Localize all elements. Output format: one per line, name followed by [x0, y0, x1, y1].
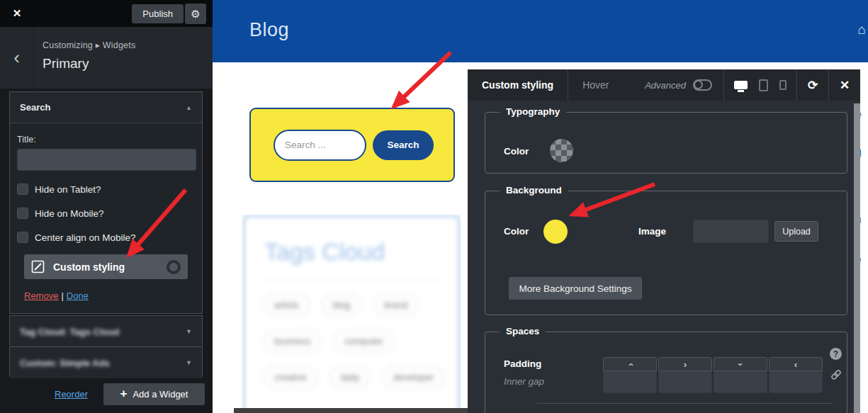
- advanced-toggle[interactable]: [693, 79, 712, 91]
- section-header: ‹ Customizing ▸ Widgets Primary: [0, 27, 213, 89]
- chevron-right-icon: ›: [684, 359, 687, 370]
- advanced-label: Advanced: [645, 80, 686, 91]
- widget-title: Search: [20, 102, 186, 113]
- text-fragment: g: [860, 146, 862, 159]
- widget-title: Custom: Simple Ads: [20, 358, 186, 368]
- done-link[interactable]: Done: [67, 290, 89, 301]
- collapse-icon[interactable]: ▲: [186, 104, 192, 111]
- divider: [537, 403, 833, 404]
- padding-bottom-input[interactable]: [714, 371, 767, 393]
- tag-pill[interactable]: daily: [329, 366, 371, 389]
- expand-icon[interactable]: ▼: [186, 359, 192, 366]
- upload-button[interactable]: Upload: [774, 221, 818, 242]
- typography-color-swatch[interactable]: [550, 139, 573, 162]
- padding-left-arrow-button[interactable]: ‹: [769, 357, 823, 371]
- background-image-label: Image: [638, 226, 666, 237]
- background-color-swatch[interactable]: [543, 220, 568, 244]
- divider: [263, 280, 440, 281]
- preview-search-button[interactable]: Search: [373, 130, 434, 160]
- tag-pill[interactable]: computer: [333, 329, 394, 353]
- checkbox-label: Center align on Mobile?: [35, 232, 136, 243]
- tag-pill[interactable]: creative: [263, 366, 318, 389]
- preview-search-input[interactable]: [274, 130, 366, 161]
- expand-icon[interactable]: ▼: [186, 328, 192, 335]
- tab-custom-styling[interactable]: Custom styling: [468, 69, 568, 101]
- desktop-icon[interactable]: [734, 81, 748, 89]
- chevron-up-icon: ›: [625, 363, 636, 366]
- custom-styling-label: Custom styling: [53, 261, 167, 273]
- search-widget-editor: Search ▲ Title: Hide on Tablet? Hide on …: [9, 91, 203, 314]
- styling-panel-header: Custom styling Hover Advanced ⟳ ✕: [468, 69, 860, 101]
- background-color-label: Color: [504, 226, 529, 237]
- text-fragment: e: [860, 108, 862, 121]
- more-background-settings-button[interactable]: More Background Settings: [509, 277, 642, 300]
- center-align-mobile-checkbox[interactable]: [17, 232, 28, 243]
- tab-hover[interactable]: Hover: [568, 69, 623, 101]
- page-edge-sliver: e g n r e t: [860, 69, 868, 413]
- back-button[interactable]: ‹: [0, 27, 34, 89]
- padding-bottom-arrow-button[interactable]: ›: [714, 357, 767, 371]
- checkbox-row: Center align on Mobile?: [17, 232, 195, 243]
- checkbox-row: Hide on Tablet?: [17, 183, 195, 195]
- tablet-icon[interactable]: [759, 79, 768, 91]
- padding-right-stepper: ›: [658, 357, 712, 393]
- reset-icon[interactable]: ⟳: [797, 78, 828, 93]
- page-title: Blog: [249, 19, 289, 41]
- padding-right-input[interactable]: [658, 371, 712, 393]
- customizer-sidebar: ✕ Publish ⚙ ‹ Customizing ▸ Widgets Prim…: [0, 0, 213, 413]
- plus-icon: +: [120, 387, 127, 401]
- help-icon[interactable]: ?: [830, 348, 842, 360]
- link-values-icon[interactable]: [830, 369, 842, 380]
- title-field-label: Title:: [17, 135, 195, 145]
- checkbox-label: Hide on Mobile?: [35, 208, 104, 219]
- add-widget-button[interactable]: + Add a Widget: [103, 383, 205, 405]
- close-customizer-button[interactable]: ✕: [0, 0, 34, 27]
- tag-pill[interactable]: business: [263, 329, 322, 353]
- tag-pill[interactable]: article: [263, 293, 310, 317]
- home-icon[interactable]: ⌂: [858, 22, 866, 38]
- preview-search-widget[interactable]: Search: [249, 108, 455, 182]
- customizer-topbar: ✕ Publish ⚙: [0, 0, 213, 27]
- background-image-input[interactable]: [693, 220, 769, 243]
- hide-on-mobile-checkbox[interactable]: [17, 208, 28, 219]
- publish-button[interactable]: Publish: [132, 4, 184, 23]
- widget-title: Tag Cloud: Tags Cloud: [20, 327, 186, 337]
- brush-icon: [31, 260, 45, 273]
- gear-icon[interactable]: ⚙: [185, 4, 206, 24]
- tag-pill[interactable]: blog: [322, 293, 362, 317]
- typography-color-label: Color: [504, 146, 529, 157]
- padding-top-arrow-button[interactable]: ›: [603, 357, 657, 371]
- padding-right-arrow-button[interactable]: ›: [658, 357, 712, 371]
- breadcrumb: Customizing ▸ Widgets: [43, 40, 135, 50]
- background-section: Background Color Image Upload More Backg…: [485, 191, 847, 315]
- spaces-legend: Spaces: [500, 326, 546, 336]
- custom-styling-button[interactable]: Custom styling: [24, 254, 188, 279]
- text-fragment: e: [860, 254, 862, 266]
- search-widget-header[interactable]: Search ▲: [10, 92, 202, 123]
- padding-left-input[interactable]: [769, 371, 823, 393]
- preview-section-edge: [234, 408, 468, 413]
- tag-pill[interactable]: brand: [373, 293, 419, 317]
- tag-pill[interactable]: developer: [382, 366, 445, 389]
- padding-top-input[interactable]: [603, 371, 657, 393]
- reorder-link[interactable]: Reorder: [55, 389, 88, 400]
- mobile-icon[interactable]: [779, 80, 787, 90]
- section-title: Primary: [43, 56, 135, 72]
- remove-widget-link[interactable]: Remove: [24, 290, 58, 301]
- padding-bottom-stepper: ›: [714, 357, 767, 393]
- panel-scrollbar[interactable]: [854, 103, 860, 413]
- hide-on-tablet-checkbox[interactable]: [17, 183, 28, 195]
- preview-page-header: Blog ⌂: [213, 0, 868, 62]
- tag-cloud-widget-item[interactable]: Tag Cloud: Tags Cloud ▼: [9, 315, 203, 346]
- inner-gap-label: Inner gap: [504, 376, 544, 387]
- widget-title-input[interactable]: [17, 149, 196, 171]
- padding-top-stepper: ›: [603, 357, 657, 393]
- text-fragment: n: [860, 213, 862, 226]
- custom-widget-item[interactable]: Custom: Simple Ads ▼: [9, 346, 203, 377]
- close-panel-icon[interactable]: ✕: [829, 78, 860, 93]
- spaces-section: Spaces Padding Inner gap › › › ‹: [485, 332, 847, 413]
- background-legend: Background: [500, 185, 568, 196]
- add-widget-label: Add a Widget: [133, 389, 188, 400]
- typography-section: Typography Color: [485, 112, 847, 174]
- spinner-ring-icon: [167, 260, 181, 274]
